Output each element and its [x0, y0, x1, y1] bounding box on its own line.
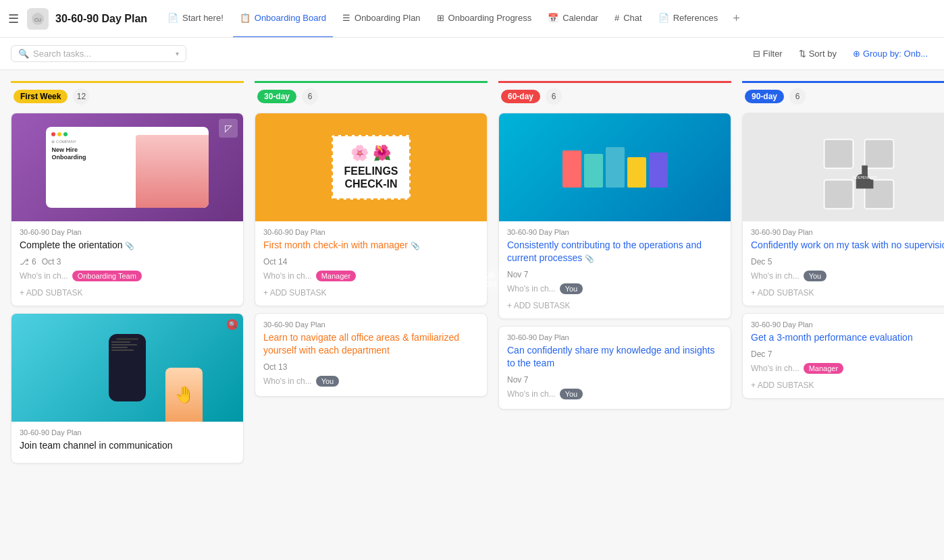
sort-button[interactable]: ⇅ Sort by	[793, 46, 842, 61]
col-count-30day: 6	[302, 88, 318, 105]
assignee-badge-90-2: Manager	[804, 363, 843, 374]
card-join-channel: 🤚 🔍 30-60-90 Day Plan Join team channel …	[11, 313, 244, 464]
assignee-badge: Onboarding Team	[72, 271, 142, 281]
tab-chat[interactable]: # Chat	[608, 0, 649, 38]
col-badge-first-week: First Week	[14, 90, 68, 103]
chat-icon: #	[614, 13, 619, 23]
tab-references[interactable]: 📄 References	[652, 0, 725, 38]
column-60day: 60-day 6 CONTINUOUSIMPROVEMENT 30-60-90 …	[498, 81, 731, 549]
card-supervision: INDEPENDENT 30-60-90 Day Plan Confidentl…	[742, 113, 944, 306]
board-icon: 📋	[240, 13, 251, 23]
col-count-first-week: 12	[73, 88, 89, 105]
assignee-badge-90-1: You	[804, 271, 827, 281]
card-title-supervision: Confidently work on my task with no supe…	[751, 239, 944, 252]
app-logo: CU	[27, 8, 49, 30]
svg-rect-2	[824, 140, 853, 169]
top-nav: ☰ CU 30-60-90 Day Plan 📄 Start here! 📋 O…	[0, 0, 944, 38]
card-plan: 30-60-90 Day Plan	[20, 228, 235, 236]
card-plan-30-1: 30-60-90 Day Plan	[263, 228, 479, 236]
card-title-contributing: Consistently contributing to the operati…	[507, 239, 723, 264]
start-icon: 📄	[167, 13, 178, 23]
card-assignee-90-2: Who's in ch... Manager	[751, 363, 944, 374]
col-header-90day: 90-day 6	[742, 81, 944, 113]
card-meta-orientation: ⎇ 6 Oct 3	[20, 257, 235, 267]
tab-onboarding-progress[interactable]: ⊞ Onboarding Progress	[430, 0, 539, 38]
group-icon: ⊕	[853, 49, 860, 59]
card-plan-2: 30-60-90 Day Plan	[20, 428, 235, 437]
svg-text:CU: CU	[34, 18, 41, 22]
col-badge-90day: 90-day	[745, 90, 784, 103]
search-box[interactable]: 🔍 Search tasks... ▾	[11, 45, 186, 62]
filter-button[interactable]: ⊟ Filter	[748, 46, 788, 61]
filter-icon: ⊟	[753, 49, 760, 59]
tab-start[interactable]: 📄 Start here!	[161, 0, 230, 38]
card-date-90-2: Dec 7	[751, 349, 944, 359]
plan-icon: ☰	[342, 13, 350, 23]
col-badge-60day: 60-day	[501, 90, 540, 103]
column-first-week: First Week 12 ⊕ COMPANY New HireOnboardi…	[11, 81, 244, 549]
add-subtask-button[interactable]: + ADD SUBTASK	[20, 285, 235, 300]
svg-rect-3	[864, 140, 893, 169]
card-plan-60-1: 30-60-90 Day Plan	[507, 228, 723, 236]
card-date: Oct 3	[42, 257, 61, 267]
clip-icon: 📎	[125, 242, 134, 250]
col-header-30day: 30-day 6	[255, 81, 488, 113]
card-assignee-90-1: Who's in ch... You	[751, 271, 944, 281]
card-date-30-1: Oct 14	[263, 257, 479, 267]
card-title-orientation: Complete the orientation 📎	[20, 239, 235, 252]
card-navigate: 30-60-90 Day Plan Learn to navigate all …	[255, 313, 488, 397]
menu-icon[interactable]: ☰	[8, 11, 19, 26]
tab-onboarding-plan[interactable]: ☰ Onboarding Plan	[336, 0, 427, 38]
card-title-checkin: First month check-in with manager 📎	[263, 239, 479, 252]
card-plan-30-2: 30-60-90 Day Plan	[263, 320, 479, 329]
subtask-icon: ⎇	[20, 257, 29, 267]
assignee-badge-30-1: Manager	[316, 271, 356, 281]
board-area: First Week 12 ⊕ COMPANY New HireOnboardi…	[0, 70, 944, 560]
card-thumb-puzzle: INDEPENDENT	[743, 113, 944, 221]
tab-calendar[interactable]: 📅 Calendar	[541, 0, 605, 38]
progress-icon: ⊞	[437, 13, 444, 23]
card-title-navigate: Learn to navigate all office areas & fam…	[263, 331, 479, 357]
svg-text:INDEPENDENT: INDEPENDENT	[852, 175, 878, 179]
add-tab-button[interactable]: +	[730, 9, 743, 28]
card-date-60-2: Nov 7	[507, 375, 723, 385]
clip-icon-60: 📎	[585, 254, 594, 262]
sort-icon: ⇅	[799, 49, 806, 59]
card-assignee-30-2: Who's in ch... You	[263, 376, 479, 387]
col-header-first-week: First Week 12	[11, 81, 244, 113]
search-chevron-icon: ▾	[176, 50, 179, 57]
add-subtask-60-1[interactable]: + ADD SUBTASK	[507, 298, 723, 313]
subtask-count: ⎇ 6	[20, 257, 36, 267]
column-90day: 90-day 6 INDEPEN	[742, 81, 944, 549]
card-date-90-1: Dec 5	[751, 257, 944, 267]
card-plan-60-2: 30-60-90 Day Plan	[507, 333, 723, 341]
col-count-90day: 6	[789, 88, 806, 105]
card-plan-90-2: 30-60-90 Day Plan	[751, 320, 944, 329]
card-date-60-1: Nov 7	[507, 270, 723, 279]
card-date-30-2: Oct 13	[263, 362, 479, 372]
clip-icon-2: 📎	[411, 242, 420, 250]
app-title: 30-60-90 Day Plan	[55, 13, 147, 25]
calendar-icon: 📅	[548, 13, 558, 23]
assignee-badge-60-1: You	[560, 283, 583, 294]
card-title-knowledge: Can confidently share my knowledge and i…	[507, 344, 723, 370]
col-header-60day: 60-day 6	[498, 81, 731, 113]
group-by-button[interactable]: ⊕ Group by: Onb...	[847, 46, 933, 61]
search-placeholder: Search tasks...	[33, 49, 91, 59]
card-evaluation: 30-60-90 Day Plan Get a 3-month performa…	[742, 313, 944, 399]
card-thumb-checkin: 🌸🌺 FEELINGSCHECK-IN	[255, 113, 487, 221]
column-30day: 30-day 6 🌸🌺 FEELINGSCHECK-IN 30-60-90 Da…	[255, 81, 488, 549]
svg-rect-4	[824, 180, 853, 209]
card-orientation: ⊕ COMPANY New HireOnboarding ◸ 30-60-90 …	[11, 113, 244, 306]
card-thumb-orientation: ⊕ COMPANY New HireOnboarding ◸	[11, 113, 243, 221]
references-icon: 📄	[658, 13, 669, 23]
card-contributing: CONTINUOUSIMPROVEMENT 30-60-90 Day Plan …	[498, 113, 731, 319]
card-assignee-60-2: Who's in ch... You	[507, 389, 723, 399]
tab-onboarding-board[interactable]: 📋 Onboarding Board	[233, 0, 333, 38]
card-assignee: Who's in ch... Onboarding Team	[20, 271, 235, 281]
add-subtask-90-1[interactable]: + ADD SUBTASK	[751, 285, 944, 300]
add-subtask-90-2[interactable]: + ADD SUBTASK	[751, 378, 944, 393]
card-title-evaluation: Get a 3-month performance evaluation	[751, 331, 944, 344]
assignee-badge-60-2: You	[560, 389, 583, 399]
col-count-60day: 6	[546, 88, 562, 105]
